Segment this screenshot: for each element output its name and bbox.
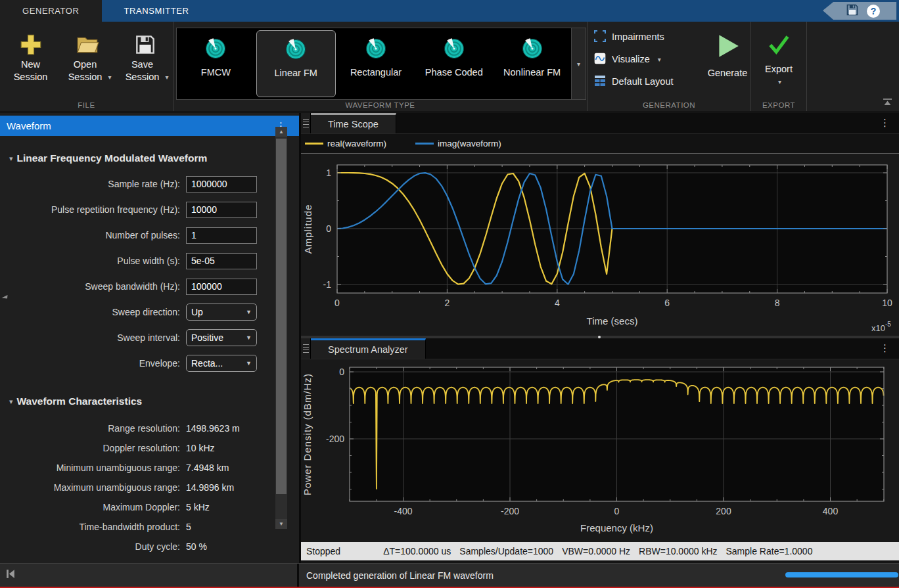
envelope-value: Recta... [191,358,246,369]
time-bandwidth-value: 5 [186,522,191,532]
num-pulses-input[interactable] [186,227,257,244]
impairments-icon [594,30,606,44]
radar-icon [443,37,465,62]
new-session-button[interactable]: New Session [3,27,58,111]
waveform-type-section-label: WAVEFORM TYPE [173,101,587,109]
svg-text:6: 6 [664,298,670,308]
sweep-interval-label: Sweep interval: [0,332,186,343]
tab-time-scope[interactable]: Time Scope [311,113,396,133]
spectrum-menu-icon[interactable]: ⋮ [880,342,890,354]
sample-rate-input[interactable] [186,176,257,192]
svg-text:0: 0 [334,298,340,308]
gallery-dropdown-button[interactable]: ▾ [572,28,586,100]
tab-transmitter[interactable]: TRANSMITTER [102,0,212,22]
time-scope-tabbar: Time Scope ⋮ [301,113,899,134]
pulse-width-input[interactable] [186,253,257,269]
time-scope-canvas[interactable]: 0246810-101AmplitudeTime (secs)x10-5 [301,154,899,336]
open-session-button[interactable]: Open Session ▾ [60,27,116,111]
waveform-phase-coded-label: Phase Coded [420,66,488,78]
svg-text:-400: -400 [394,506,412,516]
panel-collapse-handle-icon[interactable] [0,292,9,304]
svg-text:8: 8 [775,298,780,308]
svg-text:0: 0 [614,506,620,516]
spectrum-vbw: VBW=0.0000 Hz [562,546,630,556]
collapse-triangle-icon: ▾ [9,154,13,163]
dropdown-caret-icon: ▼ [246,334,252,341]
export-label: Export [765,64,793,74]
dropdown-caret-icon: ▼ [246,309,252,315]
envelope-dropdown[interactable]: Recta...▼ [186,355,257,372]
waveform-rectangular[interactable]: Rectangular [337,28,415,99]
svg-text:0: 0 [339,367,344,377]
save-icon[interactable] [846,3,859,19]
drag-grip-icon[interactable] [301,338,311,359]
time-scope-tab-label: Time Scope [328,119,379,129]
save-session-icon [135,31,156,58]
tab-generator[interactable]: GENERATOR [0,0,102,22]
waveform-panel-body: ▾ Linear Frequency Modulated Waveform Sa… [0,136,299,563]
visualize-caret-icon: ▾ [658,56,661,63]
radar-icon [365,37,387,62]
time-scope-menu-icon[interactable]: ⋮ [880,117,890,129]
prf-input[interactable] [186,202,257,218]
doppler-resolution-label: Doppler resolution: [0,443,186,453]
quick-access-toolbar: ? [823,2,896,20]
open-session-caret-icon[interactable]: ▾ [108,74,111,81]
waveform-linear-fm-label: Linear FM [262,67,330,79]
min-unambiguous-range-label: Minimum unambiguous range: [0,463,186,473]
legend-swatch-real [305,143,323,145]
time-scope-legend: real(waveform) imag(waveform) [301,134,899,154]
waveform-fmcw[interactable]: FMCW [177,28,255,99]
ribbon-section-export: Export ▾ EXPORT [751,22,807,111]
scroll-up-icon[interactable]: ▲ [275,127,287,137]
max-doppler-label: Maximum Doppler: [0,502,186,512]
export-check-icon [767,32,791,58]
tab-spectrum-analyzer[interactable]: Spectrum Analyzer [311,338,426,359]
sweep-bandwidth-input[interactable] [186,279,257,295]
waveform-fmcw-label: FMCW [181,66,250,78]
waveform-panel-title: Waveform [7,120,51,131]
scopes-area: Time Scope ⋮ real(waveform) imag(wavefor… [301,113,899,563]
default-layout-button[interactable]: Default Layout [594,74,704,89]
scroll-down-icon[interactable]: ▼ [275,519,287,529]
panel-scrollbar[interactable]: ▲ ▼ [275,127,287,529]
lfm-section-header[interactable]: ▾ Linear Frequency Modulated Waveform [0,150,299,166]
save-session-button[interactable]: Save Session ▾ [117,27,173,111]
legend-item-imag[interactable]: imag(waveform) [415,139,501,148]
waveform-nonlinear-fm[interactable]: Nonlinear FM [493,28,571,99]
drag-grip-icon[interactable] [301,113,311,133]
visualize-icon [594,53,606,66]
spectrum-canvas[interactable]: -400-20002004000-200Power Density (dBm/H… [301,359,899,542]
waveform-linear-fm[interactable]: Linear FM [256,30,336,97]
ribbon-section-generation: Impairments Visualize ▾ Default Layout G… [588,22,751,111]
sweep-interval-dropdown[interactable]: Positive▼ [186,329,257,346]
impairments-button[interactable]: Impairments [594,30,704,44]
generate-play-icon [714,32,741,62]
progress-bar [785,572,898,577]
spectrum-status-bar: Stopped ΔT=100.0000 us Samples/Update=10… [301,542,899,560]
visualize-button[interactable]: Visualize ▾ [594,52,704,66]
help-icon[interactable]: ? [867,5,880,18]
svg-text:-200: -200 [501,506,519,516]
ribbon: New Session Open Session ▾ Save Session … [0,22,899,113]
svg-text:Power Density (dBm/Hz): Power Density (dBm/Hz) [302,373,313,495]
radar-waveform-analyzer-app: GENERATOR TRANSMITTER ? New Session [0,0,899,588]
spectrum-state: Stopped [306,546,340,556]
new-session-label: New Session [10,58,52,83]
generate-button[interactable]: Generate [704,22,750,111]
svg-text:Frequency (kHz): Frequency (kHz) [580,522,653,533]
sweep-direction-dropdown[interactable]: Up▼ [186,304,257,321]
export-button[interactable]: Export ▾ [756,22,802,111]
collapse-ribbon-icon[interactable] [883,97,892,108]
waveform-phase-coded[interactable]: Phase Coded [415,28,493,99]
range-resolution-label: Range resolution: [0,423,186,434]
open-session-icon [76,31,100,58]
save-session-caret-icon[interactable]: ▾ [165,74,168,81]
collapse-status-icon[interactable] [5,568,16,582]
legend-item-real[interactable]: real(waveform) [305,139,386,148]
svg-text:10: 10 [882,298,892,308]
waveform-rectangular-label: Rectangular [342,66,410,78]
scrollbar-thumb[interactable] [276,139,287,494]
characteristics-section-header[interactable]: ▾ Waveform Characteristics [0,394,299,409]
ribbon-section-file: New Session Open Session ▾ Save Session … [0,22,173,111]
